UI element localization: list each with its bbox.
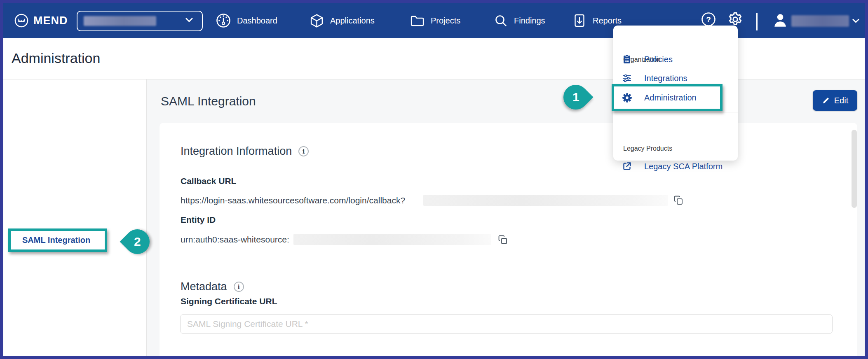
metadata-title: Metadata — [181, 280, 227, 293]
callback-url-value: https://login-saas.whitesourcesoftware.c… — [181, 196, 405, 205]
menu-label-administration: Administration — [644, 93, 697, 103]
reports-document-icon — [572, 13, 587, 28]
integration-information-section-heading: Integration Information i — [181, 145, 309, 158]
sidebar-item-saml-integration[interactable]: SAML Integration — [11, 231, 105, 249]
info-icon[interactable]: i — [234, 282, 244, 292]
policies-clipboard-icon — [622, 54, 632, 64]
copy-icon[interactable] — [673, 195, 683, 205]
dashboard-icon — [216, 13, 231, 28]
nav-item-findings[interactable]: Findings — [493, 12, 545, 29]
entity-id-value: urn:auth0:saas-whitesource: — [181, 235, 289, 245]
nav-item-applications[interactable]: Applications — [309, 12, 375, 29]
menu-item-legacy-sca-platform[interactable]: Legacy SCA Platform — [613, 158, 738, 175]
callback-url-label: Callback URL — [181, 176, 236, 186]
navbar-divider — [756, 13, 758, 30]
svg-text:?: ? — [706, 15, 711, 24]
organization-selector[interactable] — [77, 11, 203, 31]
menu-item-legacy-sca-platform[interactable] — [613, 140, 738, 156]
chevron-down-icon — [185, 18, 193, 23]
mend-logo-icon — [13, 12, 30, 29]
vertical-scrollbar[interactable] — [852, 130, 857, 208]
entity-id-redacted — [293, 234, 491, 245]
applications-cube-icon — [309, 13, 324, 28]
mend-logo[interactable]: MEND — [13, 12, 68, 29]
nav-label-projects: Projects — [431, 16, 460, 26]
pencil-icon — [822, 96, 830, 105]
menu-label-integrations: Integrations — [644, 74, 687, 83]
integration-information-title: Integration Information — [181, 145, 292, 158]
user-chevron-down-icon[interactable] — [852, 19, 859, 23]
menu-item-administration[interactable]: Administration — [614, 86, 720, 109]
annotation-step-number: 1 — [572, 90, 579, 104]
annotation-box-saml-integration: SAML Integration — [8, 228, 107, 252]
nav-label-applications: Applications — [330, 16, 375, 26]
menu-label-policies: Policies — [644, 55, 673, 64]
sidebar-label-saml-integration: SAML Integration — [22, 235, 90, 245]
page-title: Administration — [12, 50, 100, 66]
nav-item-projects[interactable]: Projects — [410, 12, 460, 29]
edit-button-label: Edit — [834, 96, 848, 105]
external-link-icon — [622, 161, 632, 171]
projects-folder-icon — [410, 13, 425, 28]
admin-sidebar — [3, 79, 147, 356]
copy-icon[interactable] — [498, 235, 508, 245]
annotation-box-administration: Administration — [612, 84, 723, 111]
administration-gear-icon — [622, 93, 632, 103]
nav-label-findings: Findings — [514, 16, 545, 26]
entity-id-label: Entity ID — [181, 215, 216, 225]
brand-name: MEND — [33, 14, 68, 27]
callback-url-redacted — [423, 195, 668, 206]
menu-item-policies[interactable]: Policies — [613, 51, 738, 68]
findings-search-icon — [493, 13, 508, 28]
app-window: MEND — [0, 0, 868, 359]
nav-item-dashboard[interactable]: Dashboard — [216, 12, 277, 29]
help-button[interactable]: ? — [701, 12, 716, 27]
gear-icon — [727, 11, 744, 28]
integrations-sliders-icon — [622, 73, 632, 83]
metadata-section-heading: Metadata i — [181, 280, 244, 293]
info-icon[interactable]: i — [298, 146, 309, 156]
signing-certificate-url-input[interactable] — [180, 314, 833, 334]
menu-label-legacy-sca-platform: Legacy SCA Platform — [644, 162, 723, 171]
nav-label-dashboard: Dashboard — [237, 16, 277, 26]
annotation-step-number: 2 — [134, 235, 141, 249]
avatar-icon — [772, 12, 788, 28]
organization-name-redacted — [84, 16, 156, 26]
user-menu[interactable] — [772, 12, 788, 28]
menu-divider — [613, 112, 738, 112]
username-redacted — [791, 15, 849, 27]
nav-label-reports: Reports — [593, 16, 622, 26]
saml-integration-heading: SAML Integration — [161, 94, 256, 108]
edit-button[interactable]: Edit — [813, 90, 857, 111]
help-icon: ? — [701, 12, 716, 27]
settings-button[interactable] — [727, 11, 744, 28]
signing-certificate-url-label: Signing Certificate URL — [181, 296, 277, 306]
